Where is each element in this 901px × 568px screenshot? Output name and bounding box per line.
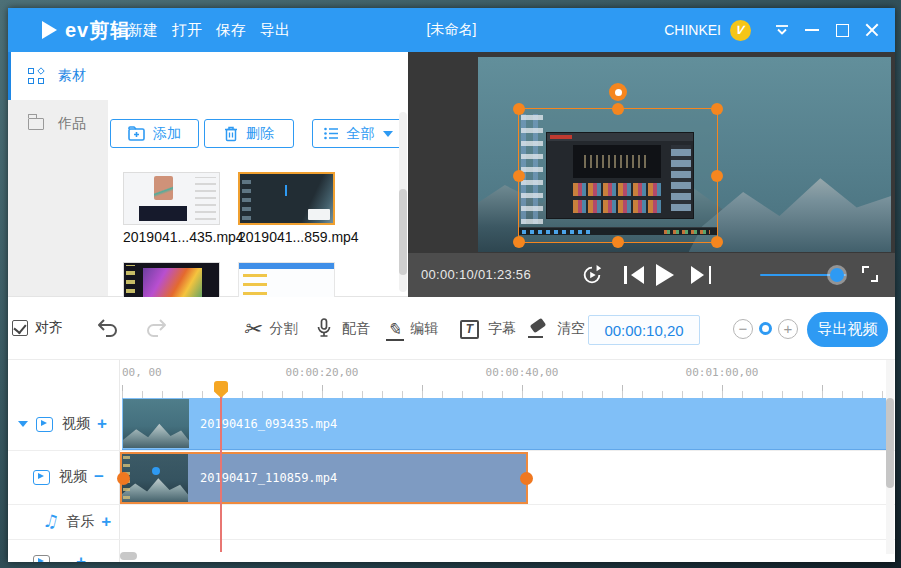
selection-handle[interactable]	[513, 103, 525, 115]
preview-panel: 00:00:10/01:23:56	[408, 52, 895, 297]
close-button[interactable]	[863, 21, 881, 39]
add-label: 添加	[153, 125, 181, 143]
track-header-music[interactable]: ♫ 音乐 +	[8, 504, 120, 539]
zoom-in-button[interactable]	[778, 319, 798, 339]
app-window: ev剪辑 新建 打开 保存 导出 [未命名] CHINKEI V 素材	[8, 8, 895, 562]
collapse-track-icon[interactable]	[18, 421, 28, 427]
track-label: 视频	[62, 415, 90, 433]
selection-handle[interactable]	[612, 236, 624, 248]
scissors-icon: ✂	[243, 318, 261, 340]
track-header-video-1[interactable]: 视频 +	[8, 398, 120, 450]
materials-scrollbar[interactable]	[399, 112, 407, 292]
add-track-button[interactable]: +	[76, 552, 86, 562]
selection-handle[interactable]	[711, 236, 723, 248]
material-item[interactable]: 2019041...435.mp4	[123, 172, 220, 245]
ruler-tick-label: 00, 00	[122, 366, 162, 379]
maximize-button[interactable]	[833, 21, 851, 39]
volume-knob[interactable]	[830, 268, 844, 282]
playhead-line	[220, 397, 222, 552]
add-material-button[interactable]: 添加	[110, 119, 199, 148]
clip-thumbnail	[123, 399, 189, 448]
clear-button[interactable]: 清空	[528, 316, 585, 342]
tab-materials-label: 素材	[58, 67, 86, 85]
filter-dropdown[interactable]: 全部	[312, 119, 404, 148]
zoom-reset-button[interactable]	[759, 322, 772, 335]
video-track-icon	[33, 470, 50, 485]
timecode-input[interactable]	[588, 315, 700, 345]
voiceover-label: 配音	[342, 320, 370, 338]
username[interactable]: CHINKEI	[664, 22, 721, 38]
material-thumbnail[interactable]	[123, 172, 220, 225]
eraser-icon	[528, 320, 548, 338]
tab-works-label: 作品	[58, 115, 86, 133]
preview-video-frame	[478, 57, 891, 252]
fullscreen-button[interactable]	[862, 266, 878, 282]
selection-box[interactable]	[518, 108, 718, 243]
rotate-handle[interactable]	[609, 83, 627, 101]
loop-button[interactable]	[581, 264, 603, 286]
minimize-button[interactable]	[803, 21, 821, 39]
selection-handle[interactable]	[612, 103, 624, 115]
material-thumbnail[interactable]	[238, 172, 335, 225]
list-icon	[324, 127, 339, 140]
previous-frame-button[interactable]	[624, 264, 644, 286]
track-header-partial[interactable]: +	[8, 547, 120, 562]
track-label: 音乐	[66, 513, 94, 531]
clip-trim-handle-right[interactable]	[520, 472, 533, 485]
collapse-window-icon[interactable]	[773, 21, 791, 39]
add-track-button[interactable]: +	[101, 512, 111, 532]
loop-icon	[581, 264, 603, 286]
volume-slider[interactable]	[760, 274, 846, 276]
export-video-button[interactable]: 导出视频	[807, 312, 888, 347]
materials-scrollbar-thumb[interactable]	[399, 189, 407, 275]
selection-handle[interactable]	[711, 170, 723, 182]
track-icon	[33, 555, 50, 563]
edit-toolbar: 对齐 ✂ 分割 配音 ✎ 编辑 字幕 清空 导出	[8, 297, 895, 360]
add-track-button[interactable]: +	[97, 414, 107, 434]
selection-handle[interactable]	[711, 103, 723, 115]
play-button[interactable]	[654, 264, 676, 286]
avatar[interactable]: V	[730, 20, 751, 41]
next-frame-button[interactable]	[691, 264, 711, 286]
zoom-out-button[interactable]	[733, 319, 753, 339]
ruler-tick-label: 00:01:00,00	[686, 366, 759, 379]
redo-icon	[144, 317, 168, 341]
playback-controls: 00:00:10/01:23:56	[408, 253, 895, 297]
ruler-tick-label: 00:00:40,00	[486, 366, 559, 379]
checkbox-checked-icon[interactable]	[12, 320, 28, 336]
split-button[interactable]: ✂ 分割	[243, 316, 298, 342]
undo-button[interactable]	[96, 317, 120, 341]
materials-panel: 素材 作品 添加 删除 全部 2019041...435.mp4	[8, 52, 408, 297]
timeline-track-headers: 视频 + 视频 − ♫ 音乐 + +	[8, 360, 120, 562]
track-label: 视频	[59, 468, 87, 486]
selection-handle[interactable]	[513, 170, 525, 182]
remove-track-button[interactable]: −	[94, 467, 104, 487]
subtitle-label: 字幕	[488, 320, 516, 338]
redo-button[interactable]	[144, 317, 168, 341]
timeline-vertical-scrollbar[interactable]	[886, 360, 894, 554]
voiceover-button[interactable]: 配音	[315, 316, 370, 342]
materials-grid-icon	[28, 68, 44, 84]
align-checkbox[interactable]: 对齐	[12, 319, 63, 337]
subtitle-button[interactable]: 字幕	[460, 316, 516, 342]
timeline-clip-video-1[interactable]: 20190416_093435.mp4	[122, 398, 886, 450]
tab-works[interactable]: 作品	[8, 100, 108, 148]
play-icon	[656, 264, 674, 286]
timeline-horizontal-scrollbar[interactable]	[120, 552, 137, 560]
clip-trim-handle-left[interactable]	[117, 472, 130, 485]
timeline-clip-video-2-selected[interactable]: 20190417_110859.mp4	[120, 452, 528, 504]
delete-material-button[interactable]: 删除	[204, 119, 294, 148]
align-label: 对齐	[35, 319, 63, 337]
track-header-video-2[interactable]: 视频 −	[8, 450, 120, 504]
tab-materials[interactable]: 素材	[8, 52, 108, 100]
music-note-icon: ♫	[42, 513, 57, 530]
pencil-icon: ✎	[387, 319, 401, 339]
timeline-vscrollbar-thumb[interactable]	[886, 398, 894, 488]
delete-label: 删除	[246, 125, 274, 143]
chevron-down-icon	[383, 131, 393, 137]
preview-timecode: 00:00:10/01:23:56	[421, 267, 531, 282]
edit-button[interactable]: ✎ 编辑	[387, 316, 438, 342]
works-folder-icon	[28, 118, 44, 130]
selection-handle[interactable]	[513, 236, 525, 248]
material-item-selected[interactable]: 2019041...859.mp4	[238, 172, 335, 245]
